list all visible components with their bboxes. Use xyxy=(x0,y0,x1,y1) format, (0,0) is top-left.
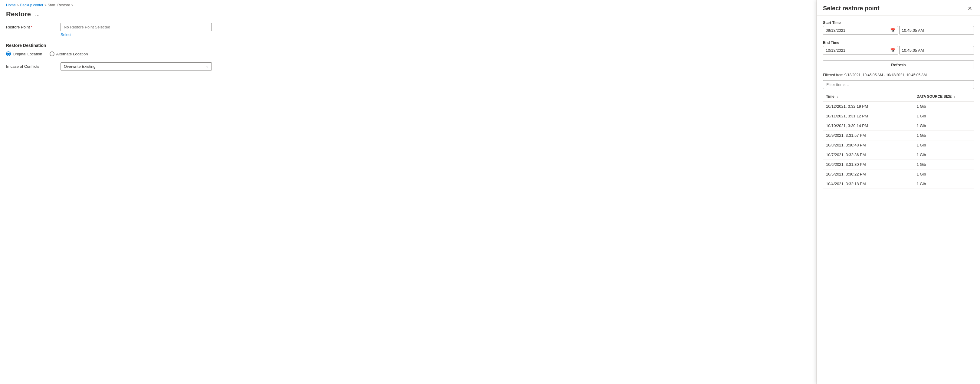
table-row[interactable]: 10/6/2021, 3:31:30 PM 1 Gib xyxy=(823,160,974,169)
cell-time: 10/4/2021, 3:32:18 PM xyxy=(823,179,913,189)
end-date-wrap[interactable]: 📅 xyxy=(823,46,898,54)
table-row[interactable]: 10/11/2021, 3:31:12 PM 1 Gib xyxy=(823,112,974,121)
table-row[interactable]: 10/4/2021, 3:32:18 PM 1 Gib xyxy=(823,179,974,189)
page-title: Restore xyxy=(6,10,31,18)
start-time-row: 📅 xyxy=(823,26,974,35)
cell-time: 10/9/2021, 3:31:57 PM xyxy=(823,131,913,140)
close-button[interactable]: ✕ xyxy=(966,5,974,12)
start-time-section: Start Time 📅 xyxy=(823,21,974,37)
cell-time: 10/7/2021, 3:32:36 PM xyxy=(823,150,913,160)
end-time-row: 📅 xyxy=(823,46,974,54)
ellipsis-button[interactable]: ... xyxy=(33,11,41,18)
breadcrumb: Home > Backup center > Start: Restore > xyxy=(0,0,816,9)
breadcrumb-sep-2: > xyxy=(45,3,46,7)
restore-point-label: Restore Point * xyxy=(6,23,60,29)
cell-size: 1 Gib xyxy=(913,140,974,150)
time-sort-icon[interactable]: ↓ xyxy=(837,95,838,98)
start-time-label: Start Time xyxy=(823,21,974,25)
select-link[interactable]: Select xyxy=(60,32,72,37)
right-panel-title: Select restore point xyxy=(823,5,880,12)
table-row[interactable]: 10/12/2021, 3:32:19 PM 1 Gib xyxy=(823,101,974,112)
table-row[interactable]: 10/10/2021, 3:30:14 PM 1 Gib xyxy=(823,121,974,131)
right-panel-body: Start Time 📅 End Time 📅 Refresh xyxy=(817,16,980,384)
start-time-input[interactable] xyxy=(899,26,974,35)
conflicts-row: In case of Conflicts Overwrite Existing … xyxy=(6,62,810,70)
cell-time: 10/5/2021, 3:30:22 PM xyxy=(823,169,913,179)
filter-info: Filtered from 9/13/2021, 10:45:05 AM - 1… xyxy=(823,73,974,77)
table-row[interactable]: 10/8/2021, 3:30:48 PM 1 Gib xyxy=(823,140,974,150)
start-date-input[interactable] xyxy=(826,28,890,33)
form-section: Restore Point * Select Restore Destinati… xyxy=(0,23,816,70)
right-panel-header: Select restore point ✕ xyxy=(817,0,980,16)
cell-size: 1 Gib xyxy=(913,150,974,160)
cell-time: 10/8/2021, 3:30:48 PM xyxy=(823,140,913,150)
radio-group: Original Location Alternate Location xyxy=(6,51,810,56)
restore-destination-heading: Restore Destination xyxy=(6,43,810,48)
required-indicator: * xyxy=(31,25,32,29)
col-time-header[interactable]: Time ↓ xyxy=(823,92,913,101)
cell-size: 1 Gib xyxy=(913,179,974,189)
restore-point-input[interactable] xyxy=(60,23,212,31)
alternate-location-label: Alternate Location xyxy=(56,52,88,56)
cell-size: 1 Gib xyxy=(913,169,974,179)
original-location-label: Original Location xyxy=(13,52,42,56)
table-body: 10/12/2021, 3:32:19 PM 1 Gib 10/11/2021,… xyxy=(823,101,974,189)
end-calendar-icon[interactable]: 📅 xyxy=(890,48,895,53)
end-time-section: End Time 📅 xyxy=(823,41,974,57)
breadcrumb-home[interactable]: Home xyxy=(6,3,16,7)
right-panel: Select restore point ✕ Start Time 📅 End … xyxy=(817,0,980,384)
cell-size: 1 Gib xyxy=(913,121,974,131)
refresh-button[interactable]: Refresh xyxy=(823,61,974,69)
cell-size: 1 Gib xyxy=(913,131,974,140)
breadcrumb-sep-3: > xyxy=(72,3,73,7)
alternate-location-option[interactable]: Alternate Location xyxy=(49,51,88,56)
end-date-input[interactable] xyxy=(826,48,890,53)
filter-input[interactable] xyxy=(823,80,974,89)
breadcrumb-sep-1: > xyxy=(17,3,19,7)
conflicts-value: Overwrite Existing xyxy=(64,64,95,69)
alternate-location-radio[interactable] xyxy=(49,51,54,56)
cell-size: 1 Gib xyxy=(913,160,974,169)
restore-point-row: Restore Point * Select xyxy=(6,23,810,37)
original-location-option[interactable]: Original Location xyxy=(6,51,42,56)
table-container: Time ↓ DATA SOURCE SIZE ↕ 10/12/2021, 3:… xyxy=(823,92,974,379)
breadcrumb-backup-center[interactable]: Backup center xyxy=(20,3,43,7)
table-row[interactable]: 10/9/2021, 3:31:57 PM 1 Gib xyxy=(823,131,974,140)
table-header-row: Time ↓ DATA SOURCE SIZE ↕ xyxy=(823,92,974,101)
end-time-input[interactable] xyxy=(899,46,974,54)
conflicts-label: In case of Conflicts xyxy=(6,64,60,69)
conflicts-dropdown[interactable]: Overwrite Existing ⌄ xyxy=(60,62,212,70)
size-sort-icon[interactable]: ↕ xyxy=(954,95,956,98)
breadcrumb-current: Start: Restore xyxy=(48,3,70,7)
cell-time: 10/10/2021, 3:30:14 PM xyxy=(823,121,913,131)
start-calendar-icon[interactable]: 📅 xyxy=(890,28,895,33)
radio-inner xyxy=(7,53,10,55)
chevron-down-icon: ⌄ xyxy=(206,64,208,69)
left-panel: Home > Backup center > Start: Restore > … xyxy=(0,0,817,384)
col-size-header[interactable]: DATA SOURCE SIZE ↕ xyxy=(913,92,974,101)
table-header: Time ↓ DATA SOURCE SIZE ↕ xyxy=(823,92,974,101)
start-date-wrap[interactable]: 📅 xyxy=(823,26,898,35)
cell-size: 1 Gib xyxy=(913,112,974,121)
table-row[interactable]: 10/7/2021, 3:32:36 PM 1 Gib xyxy=(823,150,974,160)
cell-time: 10/11/2021, 3:31:12 PM xyxy=(823,112,913,121)
restore-point-control: Select xyxy=(60,23,810,37)
table-row[interactable]: 10/5/2021, 3:30:22 PM 1 Gib xyxy=(823,169,974,179)
original-location-radio[interactable] xyxy=(6,51,11,56)
cell-time: 10/6/2021, 3:31:30 PM xyxy=(823,160,913,169)
end-time-label: End Time xyxy=(823,41,974,45)
page-title-row: Restore ... xyxy=(0,9,816,23)
cell-time: 10/12/2021, 3:32:19 PM xyxy=(823,101,913,112)
cell-size: 1 Gib xyxy=(913,101,974,112)
restore-points-table: Time ↓ DATA SOURCE SIZE ↕ 10/12/2021, 3:… xyxy=(823,92,974,189)
